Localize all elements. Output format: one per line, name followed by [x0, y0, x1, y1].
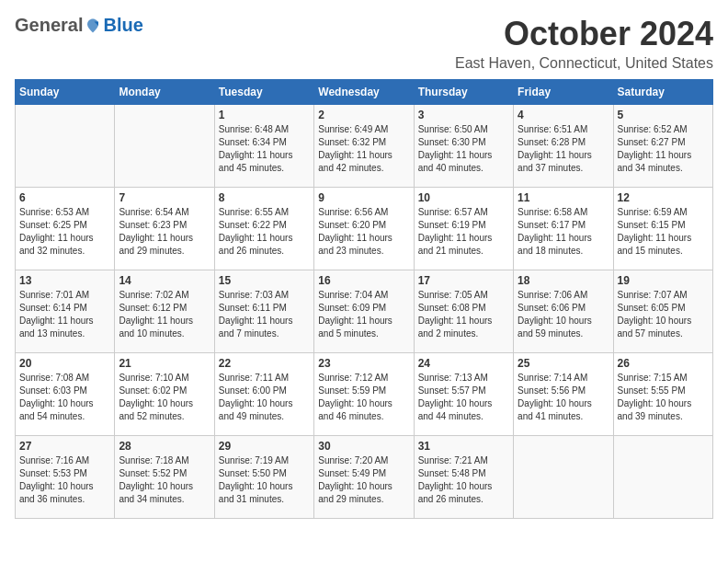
month-title: October 2024 — [455, 15, 713, 53]
day-info: Sunrise: 6:57 AM Sunset: 6:19 PM Dayligh… — [418, 206, 509, 258]
day-info: Sunrise: 7:10 AM Sunset: 6:02 PM Dayligh… — [119, 372, 210, 423]
day-info: Sunrise: 7:05 AM Sunset: 6:08 PM Dayligh… — [418, 289, 509, 340]
calendar-cell: 6Sunrise: 6:53 AM Sunset: 6:25 PM Daylig… — [16, 188, 115, 270]
calendar-cell: 8Sunrise: 6:55 AM Sunset: 6:22 PM Daylig… — [214, 188, 313, 270]
day-number: 16 — [318, 274, 409, 287]
day-info: Sunrise: 6:59 AM Sunset: 6:15 PM Dayligh… — [618, 206, 709, 258]
calendar-header-monday: Monday — [115, 80, 214, 105]
calendar-cell: 14Sunrise: 7:02 AM Sunset: 6:12 PM Dayli… — [115, 270, 214, 353]
calendar-cell: 12Sunrise: 6:59 AM Sunset: 6:15 PM Dayli… — [613, 188, 712, 270]
day-number: 21 — [119, 357, 210, 370]
calendar-header-thursday: Thursday — [414, 80, 513, 105]
calendar-cell: 31Sunrise: 7:21 AM Sunset: 5:48 PM Dayli… — [414, 436, 513, 519]
calendar-header-sunday: Sunday — [16, 80, 115, 105]
day-info: Sunrise: 6:58 AM Sunset: 6:17 PM Dayligh… — [518, 206, 609, 258]
day-number: 14 — [119, 274, 210, 287]
calendar-table: SundayMondayTuesdayWednesdayThursdayFrid… — [15, 79, 713, 519]
calendar-cell: 4Sunrise: 6:51 AM Sunset: 6:28 PM Daylig… — [514, 105, 613, 188]
day-info: Sunrise: 7:21 AM Sunset: 5:48 PM Dayligh… — [418, 454, 509, 506]
day-info: Sunrise: 7:15 AM Sunset: 5:55 PM Dayligh… — [618, 372, 709, 423]
calendar-week-row: 1Sunrise: 6:48 AM Sunset: 6:34 PM Daylig… — [16, 105, 713, 188]
calendar-cell: 15Sunrise: 7:03 AM Sunset: 6:11 PM Dayli… — [214, 270, 313, 353]
calendar-cell: 17Sunrise: 7:05 AM Sunset: 6:08 PM Dayli… — [414, 270, 513, 353]
day-number: 25 — [518, 357, 609, 370]
day-number: 27 — [19, 440, 110, 453]
day-number: 11 — [518, 191, 609, 204]
logo: General Blue — [15, 15, 143, 36]
calendar-header-tuesday: Tuesday — [214, 80, 313, 105]
calendar-cell: 27Sunrise: 7:16 AM Sunset: 5:53 PM Dayli… — [16, 436, 115, 519]
calendar-cell: 3Sunrise: 6:50 AM Sunset: 6:30 PM Daylig… — [414, 105, 513, 188]
day-info: Sunrise: 7:02 AM Sunset: 6:12 PM Dayligh… — [119, 289, 210, 340]
calendar-cell: 2Sunrise: 6:49 AM Sunset: 6:32 PM Daylig… — [314, 105, 414, 188]
day-info: Sunrise: 7:03 AM Sunset: 6:11 PM Dayligh… — [219, 289, 310, 340]
calendar-cell: 24Sunrise: 7:13 AM Sunset: 5:57 PM Dayli… — [414, 353, 513, 436]
day-info: Sunrise: 7:04 AM Sunset: 6:09 PM Dayligh… — [318, 289, 409, 340]
day-info: Sunrise: 6:49 AM Sunset: 6:32 PM Dayligh… — [318, 123, 409, 175]
calendar-cell: 9Sunrise: 6:56 AM Sunset: 6:20 PM Daylig… — [314, 188, 414, 270]
day-info: Sunrise: 7:12 AM Sunset: 5:59 PM Dayligh… — [318, 372, 409, 423]
page-header: General Blue October 2024 East Haven, Co… — [15, 15, 713, 72]
day-number: 19 — [618, 274, 709, 287]
calendar-week-row: 13Sunrise: 7:01 AM Sunset: 6:14 PM Dayli… — [16, 270, 713, 353]
day-info: Sunrise: 6:50 AM Sunset: 6:30 PM Dayligh… — [418, 123, 509, 175]
day-info: Sunrise: 7:18 AM Sunset: 5:52 PM Dayligh… — [119, 454, 210, 506]
day-info: Sunrise: 7:19 AM Sunset: 5:50 PM Dayligh… — [219, 454, 310, 506]
calendar-cell: 25Sunrise: 7:14 AM Sunset: 5:56 PM Dayli… — [514, 353, 613, 436]
day-info: Sunrise: 7:11 AM Sunset: 6:00 PM Dayligh… — [219, 372, 310, 423]
calendar-header-row: SundayMondayTuesdayWednesdayThursdayFrid… — [16, 80, 713, 105]
day-info: Sunrise: 7:16 AM Sunset: 5:53 PM Dayligh… — [19, 454, 110, 506]
location-title: East Haven, Connecticut, United States — [455, 55, 713, 72]
calendar-cell: 29Sunrise: 7:19 AM Sunset: 5:50 PM Dayli… — [214, 436, 313, 519]
day-number: 29 — [219, 440, 310, 453]
day-number: 7 — [119, 191, 210, 204]
calendar-cell: 21Sunrise: 7:10 AM Sunset: 6:02 PM Dayli… — [115, 353, 214, 436]
day-number: 31 — [418, 440, 509, 453]
calendar-header-friday: Friday — [514, 80, 613, 105]
logo-icon — [85, 17, 101, 34]
day-number: 15 — [219, 274, 310, 287]
calendar-cell: 18Sunrise: 7:06 AM Sunset: 6:06 PM Dayli… — [514, 270, 613, 353]
day-number: 4 — [518, 109, 609, 121]
calendar-cell: 23Sunrise: 7:12 AM Sunset: 5:59 PM Dayli… — [314, 353, 414, 436]
day-number: 28 — [119, 440, 210, 453]
logo-blue-text: Blue — [103, 15, 142, 36]
day-info: Sunrise: 6:48 AM Sunset: 6:34 PM Dayligh… — [219, 123, 310, 175]
day-number: 30 — [318, 440, 409, 453]
day-info: Sunrise: 7:01 AM Sunset: 6:14 PM Dayligh… — [19, 289, 110, 340]
day-number: 5 — [618, 109, 709, 121]
day-number: 23 — [318, 357, 409, 370]
day-number: 2 — [318, 109, 409, 121]
calendar-cell: 10Sunrise: 6:57 AM Sunset: 6:19 PM Dayli… — [414, 188, 513, 270]
calendar-week-row: 27Sunrise: 7:16 AM Sunset: 5:53 PM Dayli… — [16, 436, 713, 519]
calendar-cell: 22Sunrise: 7:11 AM Sunset: 6:00 PM Dayli… — [214, 353, 313, 436]
calendar-week-row: 20Sunrise: 7:08 AM Sunset: 6:03 PM Dayli… — [16, 353, 713, 436]
day-info: Sunrise: 6:51 AM Sunset: 6:28 PM Dayligh… — [518, 123, 609, 175]
day-info: Sunrise: 6:56 AM Sunset: 6:20 PM Dayligh… — [318, 206, 409, 258]
calendar-cell — [514, 436, 613, 519]
day-number: 3 — [418, 109, 509, 121]
title-block: October 2024 East Haven, Connecticut, Un… — [455, 15, 713, 72]
calendar-cell: 5Sunrise: 6:52 AM Sunset: 6:27 PM Daylig… — [613, 105, 712, 188]
logo-general-text: General — [15, 15, 83, 36]
day-number: 20 — [19, 357, 110, 370]
day-number: 12 — [618, 191, 709, 204]
calendar-header-wednesday: Wednesday — [314, 80, 414, 105]
day-number: 6 — [19, 191, 110, 204]
calendar-cell: 11Sunrise: 6:58 AM Sunset: 6:17 PM Dayli… — [514, 188, 613, 270]
day-info: Sunrise: 6:53 AM Sunset: 6:25 PM Dayligh… — [19, 206, 110, 258]
day-number: 8 — [219, 191, 310, 204]
calendar-cell: 19Sunrise: 7:07 AM Sunset: 6:05 PM Dayli… — [613, 270, 712, 353]
day-number: 10 — [418, 191, 509, 204]
calendar-cell: 30Sunrise: 7:20 AM Sunset: 5:49 PM Dayli… — [314, 436, 414, 519]
calendar-week-row: 6Sunrise: 6:53 AM Sunset: 6:25 PM Daylig… — [16, 188, 713, 270]
day-info: Sunrise: 7:14 AM Sunset: 5:56 PM Dayligh… — [518, 372, 609, 423]
day-number: 17 — [418, 274, 509, 287]
calendar-cell: 1Sunrise: 6:48 AM Sunset: 6:34 PM Daylig… — [214, 105, 313, 188]
day-info: Sunrise: 6:54 AM Sunset: 6:23 PM Dayligh… — [119, 206, 210, 258]
day-number: 24 — [418, 357, 509, 370]
calendar-cell — [613, 436, 712, 519]
calendar-cell: 16Sunrise: 7:04 AM Sunset: 6:09 PM Dayli… — [314, 270, 414, 353]
calendar-cell: 20Sunrise: 7:08 AM Sunset: 6:03 PM Dayli… — [16, 353, 115, 436]
day-info: Sunrise: 7:06 AM Sunset: 6:06 PM Dayligh… — [518, 289, 609, 340]
